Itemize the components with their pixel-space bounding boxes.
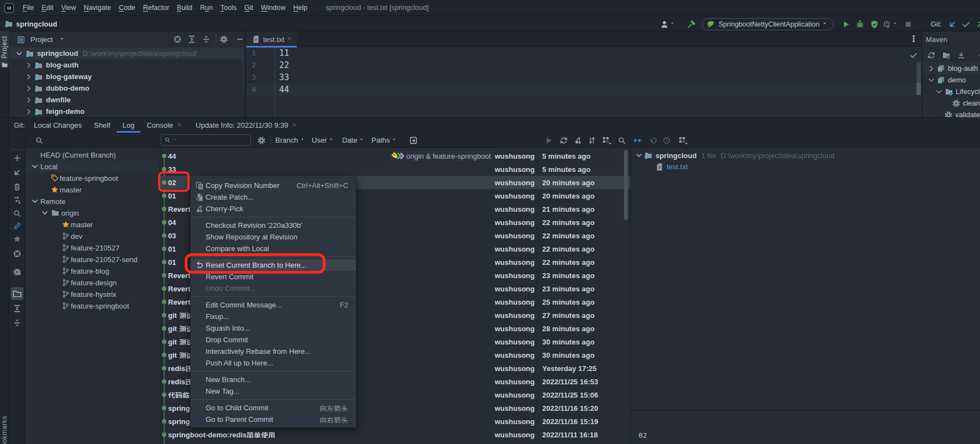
- commit-row-21[interactable]: springboot-demo:rediswushusong2022/11/11…: [160, 428, 630, 441]
- menu-window[interactable]: Window: [257, 4, 289, 12]
- stop-button[interactable]: [904, 20, 913, 29]
- user-account-icon[interactable]: [659, 19, 669, 29]
- branch-filter-search-icon[interactable]: [35, 136, 44, 145]
- tab-close-icon[interactable]: [287, 36, 294, 43]
- user-dropdown-chevron-icon[interactable]: [670, 22, 676, 27]
- menu-item-copy-revision-number[interactable]: Copy Revision NumberCtrl+Alt+Shift+C: [191, 180, 356, 191]
- log-view-options-icon[interactable]: [601, 133, 612, 148]
- tab-bar-more-icon[interactable]: [909, 34, 918, 43]
- filter-branch[interactable]: Branch: [275, 133, 306, 148]
- menu-code[interactable]: Code: [115, 4, 139, 12]
- git-expand-icon[interactable]: [13, 304, 22, 313]
- filter-user[interactable]: User: [312, 133, 335, 148]
- git-search-icon[interactable]: [13, 209, 22, 218]
- branch-row-master[interactable]: master: [26, 184, 159, 196]
- menu-tools[interactable]: Tools: [217, 4, 240, 12]
- run-button[interactable]: [842, 20, 851, 29]
- menu-file[interactable]: File: [19, 4, 38, 12]
- git-update-button[interactable]: [948, 20, 957, 29]
- menu-item-drop-commit[interactable]: Drop Commit: [191, 334, 356, 346]
- menu-navigate[interactable]: Navigate: [80, 4, 115, 12]
- git-rollback-icon[interactable]: [13, 168, 22, 177]
- changed-files-root-row[interactable]: springcloud 1 file D:\work\my\project\id…: [631, 149, 980, 161]
- menu-item-create-patch[interactable]: Create Patch...: [191, 191, 356, 203]
- filter-date[interactable]: Date: [342, 133, 365, 148]
- log-zoom-icon[interactable]: [617, 133, 626, 148]
- git-target-icon[interactable]: [13, 249, 22, 258]
- log-settings-gear-icon[interactable]: [257, 133, 266, 148]
- log-sort-icon[interactable]: [588, 133, 596, 148]
- item-chevron-icon[interactable]: [24, 96, 33, 105]
- maven-chevron-icon[interactable]: [935, 87, 944, 96]
- branch-chevron-icon[interactable]: [30, 197, 39, 206]
- maven-item-clean[interactable]: clean: [923, 97, 980, 109]
- git-add-icon[interactable]: [13, 154, 22, 163]
- git-star-icon[interactable]: [13, 234, 22, 243]
- build-hammer-icon[interactable]: [687, 20, 696, 29]
- menu-run[interactable]: Run: [196, 4, 217, 12]
- maven-item-blog-auth[interactable]: mblog-auth: [923, 62, 980, 74]
- item-chevron-icon[interactable]: [24, 72, 33, 81]
- menu-item-interactively-rebase-from-here[interactable]: Interactively Rebase from Here...: [191, 346, 356, 357]
- branch-row-feature-blog[interactable]: feature-blog: [26, 265, 159, 277]
- inspections-ok-icon[interactable]: [909, 51, 918, 60]
- branch-row-head-current-branch-[interactable]: HEAD (Current Branch): [26, 149, 159, 161]
- filter-paths[interactable]: Paths: [371, 133, 398, 148]
- log-cherry-pick-icon[interactable]: [574, 133, 583, 148]
- tab-close-icon[interactable]: [292, 122, 298, 129]
- go-to-hash-icon[interactable]: [409, 133, 418, 148]
- log-play-icon[interactable]: [544, 133, 553, 148]
- stripe-tab-bookmarks[interactable]: Bookmarks: [0, 406, 9, 444]
- git-push-button[interactable]: [976, 20, 980, 29]
- menu-item-compare-with-local[interactable]: Compare with Local: [191, 243, 356, 254]
- maven-item-Lifecycle[interactable]: Lifecycle: [923, 86, 980, 97]
- menu-refactor[interactable]: Refactor: [139, 4, 173, 12]
- branch-row-dev[interactable]: dev: [26, 231, 159, 242]
- menu-item-new-tag[interactable]: New Tag...: [191, 385, 356, 397]
- git-edit-icon[interactable]: [13, 222, 22, 231]
- menu-item-checkout-revision-220a330b[interactable]: Checkout Revision '220a330b': [191, 220, 356, 231]
- menu-item-go-to-child-commit[interactable]: Go to Child Commit: [191, 402, 356, 414]
- project-item-dubbo-demo[interactable]: dubbo-demo: [9, 82, 244, 94]
- project-item-feign-demo[interactable]: feign-demo: [9, 106, 244, 117]
- branch-row-master[interactable]: master: [26, 219, 159, 231]
- rollback-icon[interactable]: [648, 133, 657, 148]
- maven-chevron-icon[interactable]: [927, 76, 936, 85]
- branch-row-feature-springboot[interactable]: feature-springboot: [26, 173, 159, 184]
- hide-panel-icon[interactable]: [235, 35, 244, 44]
- git-collapse-icon[interactable]: [13, 318, 22, 327]
- maven-refresh-icon[interactable]: [927, 51, 936, 60]
- menu-git[interactable]: Git: [240, 4, 257, 12]
- details-chevron-icon[interactable]: [635, 151, 643, 160]
- maven-add-icon[interactable]: [978, 51, 980, 60]
- editor-scrollbar[interactable]: [916, 62, 921, 95]
- git-tab-local-changes[interactable]: Local Changes: [28, 118, 88, 133]
- tab-close-icon[interactable]: [177, 122, 184, 129]
- changed-file-row[interactable]: test.txt: [631, 161, 980, 173]
- menu-item-edit-commit-message[interactable]: Edit Commit Message...F2: [191, 299, 356, 311]
- stripe-tab-project[interactable]: Project: [0, 31, 9, 66]
- git-tab-update-info[interactable]: Update Info: 2022/11/30 9:39: [190, 118, 305, 133]
- maven-download-icon[interactable]: [957, 51, 966, 60]
- git-folder-icon[interactable]: [11, 288, 23, 300]
- git-tab-log[interactable]: Log: [117, 118, 141, 133]
- branch-row-local[interactable]: Local: [26, 161, 159, 173]
- git-delete-icon[interactable]: [13, 182, 22, 191]
- collapse-all-icon[interactable]: [202, 35, 211, 44]
- log-search-field[interactable]: [161, 134, 251, 146]
- branch-row-feature-210527-send[interactable]: feature-210527-send: [26, 254, 159, 265]
- item-chevron-icon[interactable]: [24, 84, 33, 93]
- branch-row-feature-210527[interactable]: feature-210527: [26, 242, 159, 254]
- branch-chevron-icon[interactable]: [40, 208, 49, 217]
- maven-item-demo[interactable]: mdemo: [923, 74, 980, 86]
- coverage-button[interactable]: [870, 20, 879, 29]
- menu-item-new-branch[interactable]: New Branch...: [191, 374, 356, 385]
- git-commit-button[interactable]: [962, 20, 971, 29]
- project-item-dwnfile[interactable]: dwnfile: [9, 94, 244, 106]
- branch-row-origin[interactable]: origin: [26, 207, 159, 219]
- menu-item-push-all-up-to-here[interactable]: Push All up to Here...: [191, 357, 356, 369]
- root-chevron-icon[interactable]: [15, 49, 24, 58]
- project-root-row[interactable]: springcloudD:\work\my\project\idea\sprin…: [9, 48, 244, 59]
- menu-item-squash-into[interactable]: Squash Into...: [191, 322, 356, 334]
- git-settings-icon[interactable]: [13, 268, 22, 276]
